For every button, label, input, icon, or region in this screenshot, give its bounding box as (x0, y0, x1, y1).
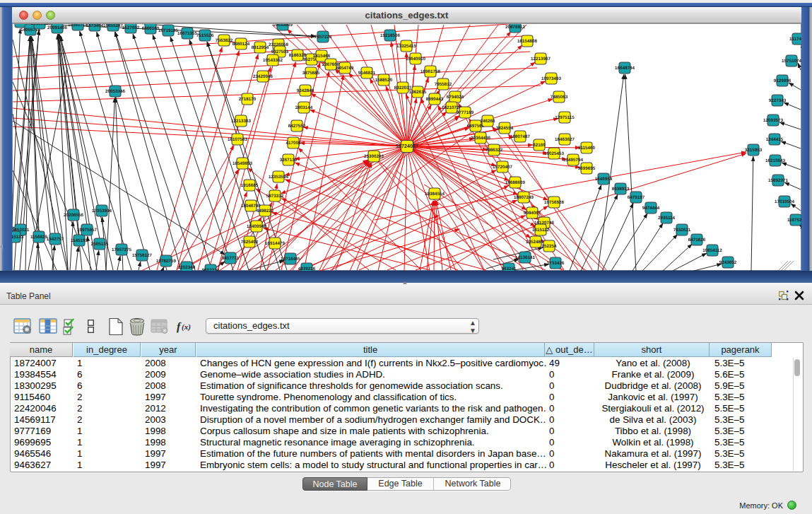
svg-text:20053346: 20053346 (105, 89, 126, 94)
svg-text:1916685: 1916685 (241, 183, 259, 188)
svg-text:2803144: 2803144 (295, 105, 313, 110)
svg-text:9115460: 9115460 (578, 146, 596, 151)
svg-text:10756928: 10756928 (544, 200, 565, 205)
svg-text:4498222: 4498222 (257, 209, 274, 214)
svg-text:3875685: 3875685 (302, 71, 320, 76)
svg-text:1145193: 1145193 (71, 238, 88, 243)
svg-text:10688609: 10688609 (505, 180, 526, 185)
svg-text:7357224: 7357224 (314, 35, 332, 40)
svg-text:1342757: 1342757 (47, 237, 64, 242)
svg-text:9777169: 9777169 (457, 110, 474, 115)
svg-text:1202348: 1202348 (178, 265, 196, 270)
svg-text:16154808: 16154808 (517, 39, 538, 44)
svg-text:7625402: 7625402 (241, 240, 259, 245)
svg-text:1588520: 1588520 (375, 78, 393, 83)
svg-text:20876812: 20876812 (505, 25, 526, 30)
svg-text:20364436: 20364436 (471, 136, 491, 141)
svg-text:9474444: 9474444 (642, 206, 660, 211)
svg-text:8660124: 8660124 (233, 42, 250, 47)
svg-text:10973493: 10973493 (541, 76, 562, 81)
svg-text:7563822: 7563822 (216, 38, 233, 43)
svg-text:14136141: 14136141 (515, 255, 536, 260)
svg-text:8912954: 8912954 (252, 45, 269, 50)
svg-text:2935114: 2935114 (658, 216, 676, 221)
svg-text:15692971: 15692971 (768, 178, 789, 183)
svg-text:9242848: 9242848 (297, 88, 314, 93)
svg-text:16107563: 16107563 (228, 137, 248, 142)
svg-text:1167533: 1167533 (787, 218, 801, 223)
svg-text:7632621: 7632621 (673, 228, 691, 233)
svg-text:6466160: 6466160 (142, 26, 160, 31)
svg-text:7485063: 7485063 (551, 95, 568, 100)
svg-text:17353934: 17353934 (92, 209, 112, 214)
svg-text:10782759: 10782759 (156, 259, 177, 264)
svg-text:6794024: 6794024 (447, 95, 464, 100)
svg-text:17010504: 17010504 (775, 199, 795, 204)
svg-text:7986322: 7986322 (486, 148, 503, 153)
svg-text:13325419: 13325419 (396, 44, 417, 49)
svg-text:20091406: 20091406 (47, 25, 68, 30)
svg-text:10719185: 10719185 (158, 28, 179, 33)
svg-text:19975857: 19975857 (77, 228, 98, 233)
svg-text:12353594: 12353594 (269, 175, 289, 180)
svg-text:16549853: 16549853 (233, 161, 253, 166)
svg-text:10543362: 10543362 (263, 58, 283, 63)
svg-text:9243652: 9243652 (719, 260, 737, 265)
svg-text:3267130: 3267130 (280, 158, 298, 163)
svg-text:6479197: 6479197 (628, 195, 645, 200)
svg-text:16210643: 16210643 (765, 158, 786, 163)
svg-text:1117404: 1117404 (789, 37, 801, 42)
svg-text:1615112: 1615112 (532, 228, 550, 233)
svg-text:15751074: 15751074 (782, 59, 801, 64)
svg-text:2718170: 2718170 (239, 97, 257, 102)
svg-text:25300203: 25300203 (364, 154, 384, 159)
svg-text:18463627: 18463627 (555, 137, 575, 142)
svg-text:1640954: 1640954 (595, 177, 613, 182)
svg-text:7515526: 7515526 (196, 33, 214, 38)
svg-text:8454749: 8454749 (336, 66, 354, 71)
svg-text:12409948: 12409948 (247, 224, 267, 229)
svg-text:1527602: 1527602 (122, 25, 140, 30)
svg-text:1244415: 1244415 (766, 137, 784, 142)
svg-text:8938913: 8938913 (612, 187, 630, 192)
svg-text:1415466: 1415466 (313, 54, 331, 59)
svg-text:9602234: 9602234 (202, 268, 220, 271)
svg-text:13495794: 13495794 (563, 158, 584, 163)
svg-text:3824554: 3824554 (496, 126, 514, 131)
svg-text:10033809: 10033809 (273, 24, 293, 28)
svg-text:10655287: 10655287 (103, 24, 124, 28)
svg-text:2505135: 2505135 (91, 242, 109, 247)
svg-text:19384554: 19384554 (425, 192, 445, 197)
svg-text:20206556: 20206556 (64, 213, 84, 218)
svg-text:746266: 746266 (480, 119, 495, 124)
svg-text:f: f (177, 321, 182, 333)
svg-text:15720407: 15720407 (493, 165, 513, 170)
svg-text:10391714: 10391714 (68, 24, 88, 28)
svg-text:2215133: 2215133 (12, 235, 24, 240)
svg-text:23420046: 23420046 (253, 74, 273, 79)
svg-text:5873312: 5873312 (266, 194, 284, 199)
svg-text:8471626: 8471626 (688, 238, 706, 243)
svg-text:10025453: 10025453 (544, 151, 565, 156)
svg-text:9327503: 9327503 (271, 49, 289, 54)
svg-text:16671355: 16671355 (177, 31, 198, 36)
svg-text:9457771: 9457771 (222, 256, 240, 261)
svg-text:417006: 417006 (286, 141, 301, 146)
svg-text:4839216: 4839216 (298, 267, 316, 271)
svg-text:1873404: 1873404 (86, 24, 104, 28)
svg-text:9129996: 9129996 (774, 78, 792, 83)
svg-text:16648784: 16648784 (615, 66, 635, 71)
svg-text:12093573: 12093573 (763, 118, 784, 123)
svg-text:17957275: 17957275 (112, 247, 132, 252)
svg-text:12213967: 12213967 (531, 57, 551, 62)
svg-text:7955812: 7955812 (435, 82, 452, 87)
svg-text:1362615: 1362615 (409, 90, 427, 95)
svg-text:1156829: 1156829 (30, 235, 48, 240)
svg-text:18807249: 18807249 (514, 195, 534, 200)
svg-text:12213363: 12213363 (231, 119, 252, 124)
svg-text:963241: 963241 (501, 267, 517, 271)
svg-text:10654112: 10654112 (702, 248, 722, 253)
svg-text:2015312: 2015312 (31, 24, 49, 26)
svg-text:16914479: 16914479 (265, 241, 286, 246)
svg-text:62160: 62160 (533, 143, 546, 148)
